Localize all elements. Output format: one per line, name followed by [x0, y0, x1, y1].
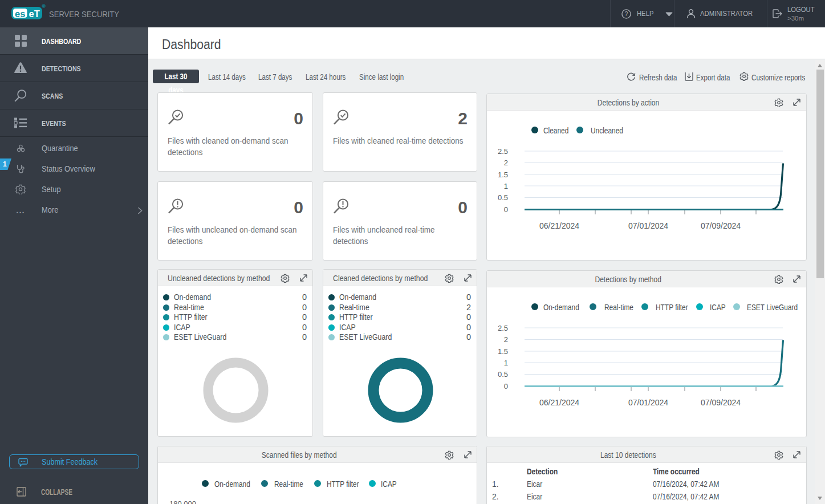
svg-text:?: ?	[625, 10, 628, 17]
svg-text:06/21/2024: 06/21/2024	[539, 398, 579, 407]
svg-text:0.5: 0.5	[498, 370, 508, 379]
svg-text:2.5: 2.5	[498, 324, 508, 332]
svg-text:eT: eT	[29, 9, 40, 19]
svg-text:07/09/2024: 07/09/2024	[701, 398, 741, 407]
svg-text:1.5: 1.5	[498, 347, 508, 356]
svg-text:1: 1	[504, 182, 508, 190]
svg-text:0: 0	[504, 205, 508, 214]
svg-text:06/21/2024: 06/21/2024	[539, 221, 579, 230]
svg-text:07/01/2024: 07/01/2024	[628, 221, 668, 230]
svg-text:1: 1	[504, 359, 508, 367]
svg-text:0: 0	[504, 382, 508, 391]
svg-text:2: 2	[504, 158, 508, 167]
svg-text:2.5: 2.5	[498, 147, 508, 156]
svg-text:07/09/2024: 07/09/2024	[701, 221, 741, 230]
svg-text:2: 2	[504, 335, 508, 344]
svg-text:07/01/2024: 07/01/2024	[628, 398, 668, 407]
svg-text:0.5: 0.5	[498, 193, 508, 202]
svg-text:R: R	[43, 5, 45, 8]
svg-text:1.5: 1.5	[498, 170, 508, 179]
svg-text:es: es	[15, 9, 25, 19]
